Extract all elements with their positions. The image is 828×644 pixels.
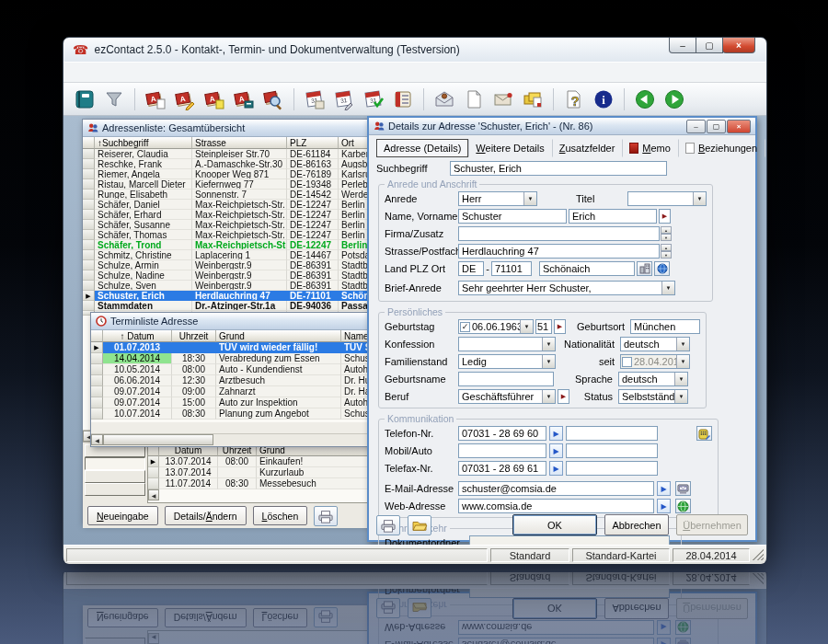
chevron-down-icon[interactable]: ▼ xyxy=(676,338,689,351)
lastname-input[interactable] xyxy=(458,209,567,224)
address-archive-icon[interactable]: A xyxy=(230,86,258,112)
resize-grip[interactable] xyxy=(753,549,764,560)
birthday-expand-icon[interactable]: ▶ xyxy=(554,319,566,334)
menu-item[interactable] xyxy=(121,71,133,75)
firma-input[interactable] xyxy=(458,226,660,241)
nav-back-icon[interactable] xyxy=(631,86,659,112)
close-button[interactable]: × xyxy=(727,120,751,133)
send-email-icon[interactable] xyxy=(675,481,691,496)
folder-documents-icon[interactable] xyxy=(519,86,546,112)
dial-icon[interactable]: ▶ xyxy=(549,443,563,458)
calendar-check-icon[interactable]: 31 xyxy=(360,86,387,112)
address-search-icon[interactable] xyxy=(259,86,287,112)
geburtstag-checkbox[interactable]: ✓ xyxy=(460,322,470,332)
column-header-plz[interactable]: PLZ xyxy=(287,137,339,149)
suchbegriff-input[interactable] xyxy=(450,161,667,176)
address-book-icon[interactable] xyxy=(71,86,98,112)
konfession-select[interactable]: ▼ xyxy=(458,337,556,351)
strasse-input[interactable] xyxy=(458,244,660,259)
address-row[interactable]: Stammdaten Dr.-Atzinger-Str.1a DE-94036 … xyxy=(83,301,388,311)
address-row[interactable]: Schäfer, Erhard Max-Reichpietsch-Str. 88… xyxy=(83,210,388,220)
mail-send-icon[interactable] xyxy=(489,86,517,112)
firma-spinner[interactable]: ▲▼ xyxy=(661,226,672,241)
address-row[interactable]: Schulze, Sven Weinbergstr.9 DE-86391 Sta… xyxy=(83,281,388,291)
details-tab[interactable]: Weitere Details xyxy=(468,139,551,157)
maximize-button[interactable]: ▢ xyxy=(707,120,726,133)
geburtsort-input[interactable] xyxy=(630,319,700,334)
column-header-grund[interactable]: Grund xyxy=(216,330,341,342)
ok-button[interactable]: OK xyxy=(512,514,597,535)
address-new-icon[interactable]: A xyxy=(142,86,169,112)
address-row[interactable]: Reiserer, Claudia Steinpleiser Str.70 DE… xyxy=(83,149,388,159)
ort-input[interactable] xyxy=(539,261,635,276)
chevron-down-icon[interactable]: ▼ xyxy=(661,282,674,294)
chevron-down-icon[interactable]: ▼ xyxy=(674,373,687,385)
close-button[interactable]: × xyxy=(722,38,755,53)
email-input[interactable] xyxy=(458,481,654,496)
mini-termin-row[interactable]: 11.07.2014 08:30 Messebesuch xyxy=(148,478,388,489)
city-lookup-icon[interactable] xyxy=(637,261,652,276)
address-row[interactable]: Schmitz, Christine Laplacering 1 DE-1446… xyxy=(83,250,388,260)
filter-icon[interactable] xyxy=(100,86,128,112)
print-list-button[interactable] xyxy=(314,506,338,526)
dial-icon[interactable]: ▶ xyxy=(549,426,563,441)
geburtsname-input[interactable] xyxy=(458,372,554,386)
calendar-book-icon[interactable]: 31 xyxy=(301,86,328,112)
chevron-down-icon[interactable]: ▼ xyxy=(520,320,533,333)
print-button[interactable] xyxy=(376,515,400,535)
sprache-select[interactable]: deutsch▼ xyxy=(618,372,688,386)
address-row[interactable]: Runge, Elisabeth Sonnenstr. 7 DE-14542 W… xyxy=(83,190,388,200)
phone-dialer-icon[interactable] xyxy=(696,426,712,441)
address-row[interactable]: Schäfer, Thomas Max-Reichpietsch-Str. 88… xyxy=(83,230,388,240)
chevron-down-icon[interactable]: ▼ xyxy=(542,390,555,403)
address-row[interactable]: Schulze, Armin Weinbergstr.9 DE-86391 St… xyxy=(83,260,388,270)
minimize-button[interactable]: – xyxy=(669,38,696,53)
chevron-down-icon[interactable]: ▼ xyxy=(674,390,687,403)
globe-icon[interactable] xyxy=(675,499,691,513)
familienstand-select[interactable]: Ledig▼ xyxy=(458,354,556,369)
anrede-select[interactable]: Herr▼ xyxy=(458,191,537,206)
address-row[interactable]: Schäfer, Trond Max-Reichpietsch-Str. 88 … xyxy=(83,240,388,250)
delete-button[interactable]: Löschen xyxy=(253,506,308,525)
nav-forward-icon[interactable] xyxy=(661,86,688,112)
menu-item[interactable] xyxy=(108,71,121,75)
beruf-expand-icon[interactable]: ▶ xyxy=(558,389,569,404)
chevron-down-icon[interactable]: ▼ xyxy=(693,192,706,205)
new-entry-button[interactable]: Neueingabe xyxy=(87,506,158,525)
scroll-left-icon[interactable]: ◀ xyxy=(91,434,103,445)
mobil-input[interactable] xyxy=(458,443,546,458)
titel-select[interactable]: ▼ xyxy=(627,191,707,206)
telefon2-input[interactable] xyxy=(566,426,658,441)
address-row[interactable]: Schäfer, Susanne Max-Reichpietsch-Str. 8… xyxy=(83,220,388,230)
side-tab[interactable] xyxy=(85,457,145,470)
details-tab[interactable]: Memo xyxy=(622,139,678,157)
document-folder-button[interactable] xyxy=(408,515,431,535)
details-tab[interactable]: Adresse (Details) xyxy=(376,139,468,157)
column-header-datum[interactable]: ↑ Datum xyxy=(103,330,172,342)
geburtstag-select[interactable]: ✓06.06.1963▼ xyxy=(458,319,534,334)
address-row[interactable]: Ristau, Marcell Dieter Kiefernweg 77 DE-… xyxy=(83,179,388,190)
menu-item[interactable] xyxy=(146,71,159,75)
land-input[interactable] xyxy=(458,261,484,276)
web-input[interactable] xyxy=(458,499,654,513)
scroll-thumb[interactable] xyxy=(103,434,213,445)
address-row[interactable]: Schulze, Nadine Weinbergstr.9 DE-86391 S… xyxy=(83,270,388,281)
menu-item[interactable] xyxy=(95,71,108,75)
chevron-down-icon[interactable]: ▼ xyxy=(542,355,555,368)
address-note-icon[interactable]: A xyxy=(201,86,228,112)
maximize-button[interactable]: ▢ xyxy=(696,38,723,53)
menu-item[interactable] xyxy=(133,71,146,75)
seit-select[interactable]: 28.04.2014▼ xyxy=(620,354,690,369)
side-tab[interactable] xyxy=(85,483,145,496)
address-row[interactable]: Riemer, Angela Knooper Weg 871 DE-76189 … xyxy=(83,169,388,179)
mini-scroll-left-icon[interactable]: ◀ xyxy=(148,489,159,500)
nationalitaet-select[interactable]: deutsch▼ xyxy=(620,337,690,351)
open-icon[interactable]: ▶ xyxy=(657,481,671,496)
address-row[interactable]: Schuster, Erich Herdlauchring 47 DE-7110… xyxy=(83,291,388,301)
chevron-down-icon[interactable]: ▼ xyxy=(676,355,689,368)
details-tab[interactable]: Zusatzfelder xyxy=(552,139,623,157)
mobil2-input[interactable] xyxy=(566,443,658,458)
mini-termin-row[interactable]: 13.07.2014 Kurzurlaub xyxy=(148,467,388,478)
strasse-spinner[interactable]: ▲▼ xyxy=(661,244,672,259)
address-edit-icon[interactable]: A xyxy=(171,86,199,112)
